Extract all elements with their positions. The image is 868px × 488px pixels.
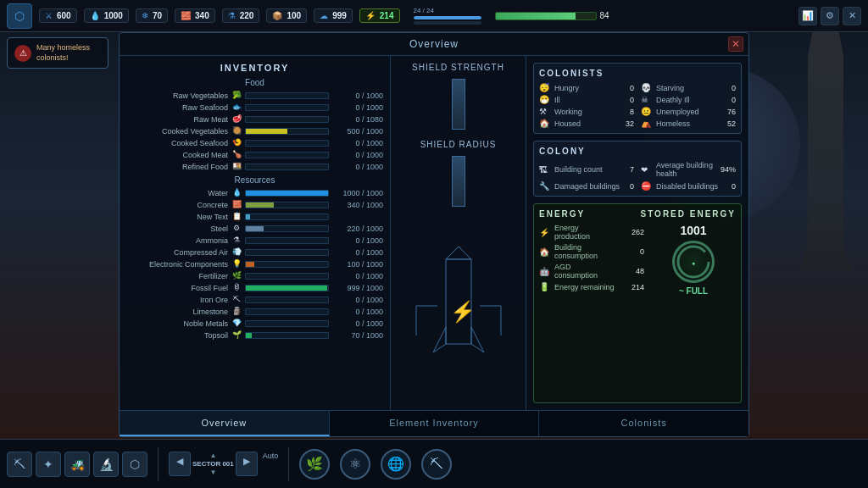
lime-res-icon: 🗿 <box>231 307 242 317</box>
building-count-icon: 🏗 <box>539 165 551 175</box>
tab-element-inventory[interactable]: Element Inventory <box>330 411 540 436</box>
resource-ammonia: ⚗ 220 <box>222 8 260 23</box>
list-item: 😐 Unemployed 76 <box>641 107 736 116</box>
item-name: Limestone <box>126 308 228 316</box>
item-name: Iron Ore <box>126 296 228 304</box>
water-res-icon: 💧 <box>231 188 242 198</box>
inventory-panel: INVENTORY Food Raw Vegetables 🥦 0 / 1000… <box>120 56 391 410</box>
item-bar <box>245 202 329 208</box>
bottom-icon-plant[interactable]: 🌿 <box>299 449 330 480</box>
list-item: Ammonia ⚗ 0 / 1000 <box>126 236 383 246</box>
modal-title: Overview <box>120 33 748 56</box>
tool-pickaxe[interactable]: ⛏ <box>7 452 32 477</box>
bottom-center-icons: 🌿 ⚛ 🌐 ⛏ <box>299 449 452 480</box>
item-val: 0 / 1000 <box>332 308 383 316</box>
svg-marker-2 <box>433 327 446 352</box>
item-bar <box>245 285 329 291</box>
item-val: 0 / 1000 <box>332 92 383 100</box>
list-item: Raw Vegetables 🥦 0 / 1000 <box>126 91 383 101</box>
rocket-svg: ⚡ <box>408 242 509 378</box>
concrete-icon-top: 🧱 <box>181 11 191 20</box>
building-count-label: Building count <box>554 165 626 174</box>
modal-close-button[interactable]: ✕ <box>728 36 743 52</box>
resource-soldiers: ⚔ 600 <box>39 8 77 23</box>
tab-colonists[interactable]: Colonists <box>539 411 748 436</box>
list-item: Cooked Seafood 🍤 0 / 1000 <box>126 138 383 148</box>
svg-marker-3 <box>471 327 484 352</box>
item-val: 0 / 1000 <box>332 296 383 304</box>
item-bar-fill <box>246 202 274 208</box>
item-bar <box>245 332 329 339</box>
unemployed-icon: 😐 <box>641 107 653 116</box>
item-bar <box>245 273 329 280</box>
tool-hex[interactable]: ⬡ <box>122 452 147 477</box>
housed-label: Housed <box>554 119 614 128</box>
close-top-button[interactable]: ✕ <box>843 7 861 25</box>
deathly-ill-icon: ☠ <box>641 95 653 104</box>
energy-stats: ⚡ Energy production 262 🏠 Building consu… <box>539 224 644 296</box>
disabled-val: 0 <box>732 182 736 191</box>
item-name: Raw Meat <box>126 115 228 124</box>
agd-consumption-label: AGD consumption <box>554 263 615 280</box>
working-label: Working <box>554 108 614 116</box>
ammonia-icon-top: ⚗ <box>228 11 236 20</box>
top-bar: ⬡ ⚔ 600 💧 1000 ❄ 70 🧱 340 ⚗ 220 📦 100 ☁ … <box>0 0 868 32</box>
list-item: Topsoil 🌱 70 / 1000 <box>126 330 383 341</box>
item-bar <box>245 140 329 147</box>
item-val: 0 / 1000 <box>332 139 383 147</box>
bottom-icon-atom[interactable]: ⚛ <box>340 449 370 480</box>
item-val: 0 / 1000 <box>332 163 383 171</box>
item-icon: 🥦 <box>231 91 242 101</box>
energy-icon-top: ⚡ <box>365 11 376 20</box>
colony-box: COLONY 🏗 Building count 7 ❤ Average buil… <box>533 141 742 197</box>
sector-next[interactable]: ▶ <box>236 452 258 476</box>
sector-nav: ◀ ▲ SECTOR 001 ▼ ▶ Auto <box>169 452 278 476</box>
item-icon: 🍗 <box>231 150 242 160</box>
bottom-icon-globe[interactable]: 🌐 <box>381 449 411 480</box>
energy-box: ENERGY STORED ENERGY ⚡ Energy production… <box>533 203 742 403</box>
energy-remaining-val: 214 <box>619 283 644 291</box>
stored-energy-value: 1001 <box>680 224 706 237</box>
item-bar <box>245 128 329 135</box>
item-val: 999 / 1000 <box>332 284 383 292</box>
list-item: Cooked Vegetables 🥘 500 / 1000 <box>126 126 383 136</box>
sector-arrow-down[interactable]: ▼ <box>209 469 216 476</box>
starving-val: 0 <box>719 84 736 92</box>
avg-health-label: Average building health <box>656 161 717 178</box>
alert-icon: ⚠ <box>14 45 31 62</box>
sector-arrow-up[interactable]: ▲ <box>209 452 216 459</box>
list-item: 💀 Starving 0 <box>641 83 736 92</box>
list-item: Refined Food 🍱 0 / 1000 <box>126 162 383 172</box>
agd-consumption-icon: 🤖 <box>539 267 551 276</box>
battery-circle: ● <box>672 241 715 283</box>
item-bar <box>245 92 329 99</box>
item-name: Raw Vegetables <box>126 92 228 100</box>
list-item: 🔋 Energy remaining 214 <box>539 282 644 291</box>
tool-diamond[interactable]: ✦ <box>36 452 61 477</box>
settings-button[interactable]: ⚙ <box>821 7 839 25</box>
tool-research[interactable]: 🔬 <box>93 452 119 477</box>
tool-tractor[interactable]: 🚜 <box>64 452 90 477</box>
stats-button[interactable]: 📊 <box>798 7 817 25</box>
homeless-label: Homeless <box>656 119 715 128</box>
item-name: Refined Food <box>126 163 228 171</box>
ammonia-res-icon: ⚗ <box>231 236 242 246</box>
air-icon: ☁ <box>320 11 328 20</box>
resources-section-label: Resources <box>126 175 383 185</box>
ammonia-val-top: 220 <box>240 11 254 20</box>
shield-bar <box>414 21 481 25</box>
shield-radius-label: SHIELD RADIUS <box>420 140 497 149</box>
top-progress: 24 / 24 <box>414 7 481 25</box>
list-item: 🏠 Housed 32 <box>539 119 634 128</box>
damaged-label: Damaged buildings <box>554 182 626 191</box>
bottom-icon-pick[interactable]: ⛏ <box>421 449 452 480</box>
item-val: 0 / 1000 <box>332 103 383 112</box>
tab-overview[interactable]: Overview <box>120 411 330 436</box>
item-icon: 🐟 <box>231 103 242 113</box>
list-item: Noble Metals 💎 0 / 1000 <box>126 319 383 329</box>
sector-prev[interactable]: ◀ <box>169 452 191 476</box>
shield-radius-visual <box>452 156 465 207</box>
list-item: ⛔ Disabled buildings 0 <box>641 181 736 191</box>
soldiers-val: 600 <box>57 11 71 20</box>
bldg-consumption-icon: 🏠 <box>539 247 551 257</box>
